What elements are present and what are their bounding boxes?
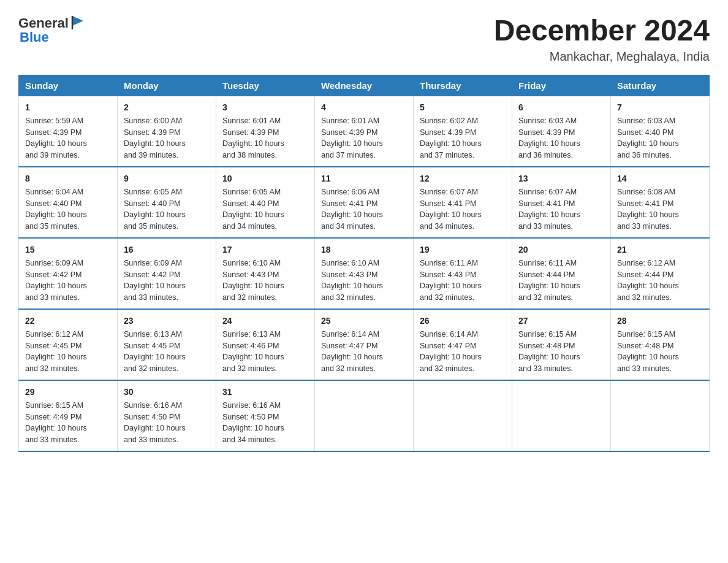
header-day-sunday: Sunday — [19, 75, 118, 96]
calendar-cell: 16Sunrise: 6:09 AM Sunset: 4:42 PM Dayli… — [118, 238, 216, 309]
calendar-cell: 25Sunrise: 6:14 AM Sunset: 4:47 PM Dayli… — [315, 309, 414, 380]
day-info: Sunrise: 6:09 AM Sunset: 4:42 PM Dayligh… — [124, 258, 210, 304]
calendar-cell: 4Sunrise: 6:01 AM Sunset: 4:39 PM Daylig… — [315, 96, 414, 167]
day-info: Sunrise: 6:00 AM Sunset: 4:39 PM Dayligh… — [124, 115, 210, 161]
header-day-thursday: Thursday — [414, 75, 512, 96]
day-number: 12 — [420, 172, 506, 185]
header-day-saturday: Saturday — [611, 75, 710, 96]
day-number: 30 — [124, 386, 210, 399]
day-number: 7 — [617, 101, 703, 114]
header-day-wednesday: Wednesday — [315, 75, 414, 96]
calendar-cell — [512, 380, 611, 451]
day-number: 14 — [617, 172, 703, 185]
calendar-cell: 18Sunrise: 6:10 AM Sunset: 4:43 PM Dayli… — [315, 238, 414, 309]
calendar-cell: 26Sunrise: 6:14 AM Sunset: 4:47 PM Dayli… — [414, 309, 512, 380]
day-number: 8 — [25, 172, 111, 185]
day-info: Sunrise: 6:08 AM Sunset: 4:41 PM Dayligh… — [617, 186, 703, 232]
day-info: Sunrise: 6:13 AM Sunset: 4:46 PM Dayligh… — [222, 329, 308, 375]
calendar-cell: 27Sunrise: 6:15 AM Sunset: 4:48 PM Dayli… — [512, 309, 611, 380]
day-number: 10 — [222, 172, 308, 185]
calendar-cell — [414, 380, 512, 451]
day-number: 25 — [321, 315, 407, 327]
calendar-cell: 5Sunrise: 6:02 AM Sunset: 4:39 PM Daylig… — [414, 96, 512, 167]
day-number: 2 — [124, 101, 210, 114]
calendar-cell: 17Sunrise: 6:10 AM Sunset: 4:43 PM Dayli… — [216, 238, 315, 309]
calendar-cell: 31Sunrise: 6:16 AM Sunset: 4:50 PM Dayli… — [216, 380, 315, 451]
calendar-cell — [315, 380, 414, 451]
calendar-cell: 13Sunrise: 6:07 AM Sunset: 4:41 PM Dayli… — [512, 167, 611, 238]
calendar-cell: 30Sunrise: 6:16 AM Sunset: 4:50 PM Dayli… — [118, 380, 216, 451]
day-info: Sunrise: 6:06 AM Sunset: 4:41 PM Dayligh… — [321, 186, 407, 232]
day-number: 16 — [124, 243, 210, 256]
logo: General Blue — [18, 15, 86, 45]
calendar-cell: 14Sunrise: 6:08 AM Sunset: 4:41 PM Dayli… — [611, 167, 710, 238]
day-info: Sunrise: 6:03 AM Sunset: 4:39 PM Dayligh… — [518, 115, 604, 161]
day-number: 26 — [420, 315, 506, 327]
calendar-cell: 15Sunrise: 6:09 AM Sunset: 4:42 PM Dayli… — [19, 238, 118, 309]
day-info: Sunrise: 6:07 AM Sunset: 4:41 PM Dayligh… — [518, 186, 604, 232]
month-year-title: December 2024 — [494, 15, 710, 47]
day-info: Sunrise: 6:01 AM Sunset: 4:39 PM Dayligh… — [222, 115, 308, 161]
day-info: Sunrise: 6:03 AM Sunset: 4:40 PM Dayligh… — [617, 115, 703, 161]
day-info: Sunrise: 6:10 AM Sunset: 4:43 PM Dayligh… — [321, 258, 407, 304]
logo-blue-text: Blue — [20, 29, 49, 45]
header-row: SundayMondayTuesdayWednesdayThursdayFrid… — [19, 75, 710, 96]
title-block: December 2024 Mankachar, Meghalaya, Indi… — [494, 15, 710, 64]
header-day-tuesday: Tuesday — [216, 75, 315, 96]
calendar-cell: 29Sunrise: 6:15 AM Sunset: 4:49 PM Dayli… — [19, 380, 118, 451]
day-number: 31 — [222, 386, 308, 399]
day-number: 27 — [518, 315, 604, 327]
page-header: General Blue December 2024 Mankachar, Me… — [18, 15, 710, 64]
logo-flag-icon — [70, 15, 86, 31]
day-number: 22 — [25, 315, 111, 327]
day-number: 17 — [222, 243, 308, 256]
day-number: 24 — [222, 315, 308, 327]
day-info: Sunrise: 6:16 AM Sunset: 4:50 PM Dayligh… — [124, 400, 210, 446]
day-number: 9 — [124, 172, 210, 185]
calendar-cell: 2Sunrise: 6:00 AM Sunset: 4:39 PM Daylig… — [118, 96, 216, 167]
calendar-week-row: 29Sunrise: 6:15 AM Sunset: 4:49 PM Dayli… — [19, 380, 710, 451]
day-info: Sunrise: 6:11 AM Sunset: 4:43 PM Dayligh… — [420, 258, 506, 304]
location-subtitle: Mankachar, Meghalaya, India — [494, 50, 710, 64]
day-number: 13 — [518, 172, 604, 185]
day-info: Sunrise: 6:05 AM Sunset: 4:40 PM Dayligh… — [124, 186, 210, 232]
calendar-cell: 28Sunrise: 6:15 AM Sunset: 4:48 PM Dayli… — [611, 309, 710, 380]
svg-marker-0 — [72, 16, 83, 26]
calendar-cell: 11Sunrise: 6:06 AM Sunset: 4:41 PM Dayli… — [315, 167, 414, 238]
day-number: 11 — [321, 172, 407, 185]
day-info: Sunrise: 6:15 AM Sunset: 4:48 PM Dayligh… — [617, 329, 703, 375]
day-number: 1 — [25, 101, 111, 114]
calendar-table: SundayMondayTuesdayWednesdayThursdayFrid… — [18, 75, 710, 452]
calendar-week-row: 8Sunrise: 6:04 AM Sunset: 4:40 PM Daylig… — [19, 167, 710, 238]
day-info: Sunrise: 6:07 AM Sunset: 4:41 PM Dayligh… — [420, 186, 506, 232]
day-number: 3 — [222, 101, 308, 114]
calendar-cell: 8Sunrise: 6:04 AM Sunset: 4:40 PM Daylig… — [19, 167, 118, 238]
calendar-cell: 20Sunrise: 6:11 AM Sunset: 4:44 PM Dayli… — [512, 238, 611, 309]
calendar-cell — [611, 380, 710, 451]
calendar-cell: 12Sunrise: 6:07 AM Sunset: 4:41 PM Dayli… — [414, 167, 512, 238]
day-number: 28 — [617, 315, 703, 327]
calendar-cell: 22Sunrise: 6:12 AM Sunset: 4:45 PM Dayli… — [19, 309, 118, 380]
day-info: Sunrise: 6:14 AM Sunset: 4:47 PM Dayligh… — [420, 329, 506, 375]
day-number: 5 — [420, 101, 506, 114]
day-info: Sunrise: 6:15 AM Sunset: 4:48 PM Dayligh… — [518, 329, 604, 375]
day-info: Sunrise: 6:13 AM Sunset: 4:45 PM Dayligh… — [124, 329, 210, 375]
header-day-monday: Monday — [118, 75, 216, 96]
calendar-cell: 1Sunrise: 5:59 AM Sunset: 4:39 PM Daylig… — [19, 96, 118, 167]
day-info: Sunrise: 6:09 AM Sunset: 4:42 PM Dayligh… — [25, 258, 111, 304]
calendar-body: 1Sunrise: 5:59 AM Sunset: 4:39 PM Daylig… — [19, 96, 710, 451]
day-number: 29 — [25, 386, 111, 399]
calendar-cell: 21Sunrise: 6:12 AM Sunset: 4:44 PM Dayli… — [611, 238, 710, 309]
calendar-cell: 10Sunrise: 6:05 AM Sunset: 4:40 PM Dayli… — [216, 167, 315, 238]
day-info: Sunrise: 6:11 AM Sunset: 4:44 PM Dayligh… — [518, 258, 604, 304]
day-number: 19 — [420, 243, 506, 256]
day-number: 18 — [321, 243, 407, 256]
calendar-cell: 6Sunrise: 6:03 AM Sunset: 4:39 PM Daylig… — [512, 96, 611, 167]
calendar-week-row: 15Sunrise: 6:09 AM Sunset: 4:42 PM Dayli… — [19, 238, 710, 309]
calendar-cell: 24Sunrise: 6:13 AM Sunset: 4:46 PM Dayli… — [216, 309, 315, 380]
day-number: 15 — [25, 243, 111, 256]
day-number: 6 — [518, 101, 604, 114]
day-number: 23 — [124, 315, 210, 327]
day-info: Sunrise: 6:16 AM Sunset: 4:50 PM Dayligh… — [222, 400, 308, 446]
calendar-cell: 9Sunrise: 6:05 AM Sunset: 4:40 PM Daylig… — [118, 167, 216, 238]
